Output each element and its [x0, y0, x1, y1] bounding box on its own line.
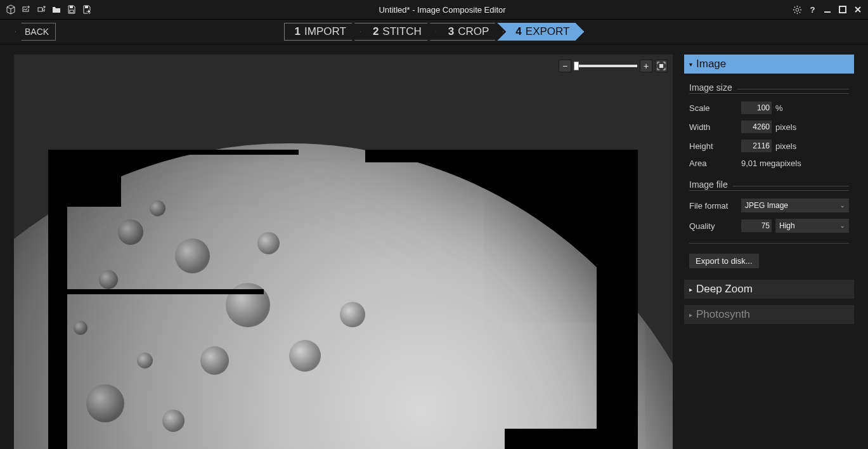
- step-import[interactable]: 1 IMPORT: [284, 23, 361, 41]
- new-images-icon[interactable]: [20, 4, 32, 15]
- svg-rect-9: [824, 11, 831, 13]
- section-body-image: Image size Scale % Width pixels Height p…: [684, 80, 854, 273]
- svg-point-7: [796, 8, 799, 11]
- svg-rect-5: [70, 10, 74, 13]
- save-icon[interactable]: [66, 4, 77, 15]
- export-to-disk-button[interactable]: Export to disk...: [689, 254, 759, 268]
- open-icon[interactable]: [51, 4, 62, 15]
- svg-rect-11: [659, 64, 663, 68]
- scale-label: Scale: [689, 103, 737, 113]
- section-header-photosynth[interactable]: ▸ Photosynth: [684, 305, 854, 324]
- width-unit: pixels: [775, 122, 808, 132]
- height-input[interactable]: [741, 140, 772, 152]
- svg-rect-6: [85, 6, 88, 8]
- zoom-slider[interactable]: [574, 65, 637, 67]
- section-header-image[interactable]: ▾ Image: [684, 55, 854, 74]
- chevron-right-icon: ▸: [689, 311, 692, 318]
- zoom-in-button[interactable]: +: [640, 60, 652, 72]
- group-title-image-size: Image size: [689, 82, 849, 94]
- quality-label: Quality: [689, 221, 737, 231]
- scale-unit: %: [775, 103, 808, 113]
- svg-text:?: ?: [810, 5, 815, 15]
- window-title: Untitled* - Image Composite Editor: [93, 5, 792, 15]
- minimize-icon[interactable]: [822, 4, 832, 15]
- svg-rect-2: [38, 8, 42, 11]
- maximize-icon[interactable]: [838, 4, 848, 15]
- chevron-down-icon: ▾: [689, 61, 692, 68]
- title-bar: Untitled* - Image Composite Editor ?: [0, 0, 868, 19]
- format-select[interactable]: JPEG Image ⌄: [741, 198, 849, 212]
- step-crop[interactable]: 3 CROP: [430, 23, 504, 41]
- side-panel: ▾ Image Image size Scale % Width pixels …: [678, 44, 868, 449]
- chevron-right-icon: ▸: [689, 286, 692, 293]
- zoom-controls: − +: [559, 60, 668, 72]
- new-video-icon[interactable]: [36, 4, 47, 15]
- help-icon[interactable]: ?: [807, 4, 817, 15]
- svg-rect-10: [839, 6, 846, 13]
- preview-image: [48, 150, 638, 449]
- chevron-down-icon: ⌄: [840, 202, 845, 209]
- height-unit: pixels: [775, 141, 808, 151]
- chevron-down-icon: ⌄: [840, 223, 845, 229]
- back-label: BACK: [25, 27, 49, 37]
- area-label: Area: [689, 159, 737, 168]
- svg-rect-4: [70, 6, 73, 8]
- quality-preset-select[interactable]: High ⌄: [775, 219, 849, 233]
- quality-input[interactable]: [741, 219, 772, 232]
- preview-canvas[interactable]: − +: [14, 55, 673, 449]
- zoom-slider-thumb[interactable]: [574, 62, 579, 70]
- back-button[interactable]: BACK: [15, 23, 56, 41]
- zoom-out-button[interactable]: −: [559, 60, 571, 72]
- scale-input[interactable]: [741, 101, 772, 114]
- width-label: Width: [689, 122, 737, 132]
- section-header-deep-zoom[interactable]: ▸ Deep Zoom: [684, 280, 854, 299]
- area-value: 9,01 megapixels: [741, 159, 849, 168]
- save-as-icon[interactable]: [81, 4, 93, 15]
- step-bar: BACK 1 IMPORT 2 STITCH 3 CROP 4 EXPORT: [0, 19, 868, 44]
- zoom-fit-button[interactable]: [655, 60, 668, 72]
- settings-icon[interactable]: [792, 4, 802, 15]
- step-stitch[interactable]: 2 STITCH: [354, 23, 436, 41]
- width-input[interactable]: [741, 120, 772, 133]
- step-export[interactable]: 4 EXPORT: [497, 23, 584, 41]
- height-label: Height: [689, 141, 737, 151]
- cube-icon[interactable]: [5, 4, 16, 15]
- format-label: File format: [689, 201, 737, 211]
- close-icon[interactable]: [853, 4, 863, 15]
- group-title-image-file: Image file: [689, 179, 849, 191]
